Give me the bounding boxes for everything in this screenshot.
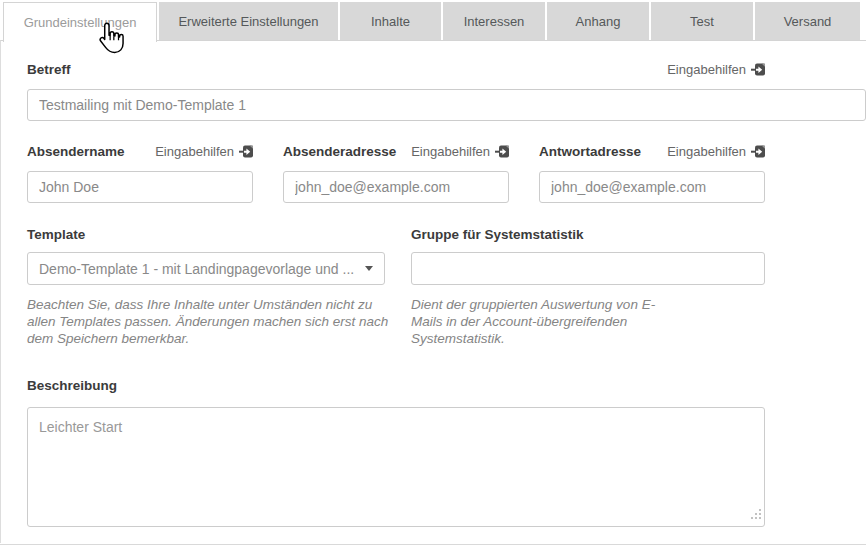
- template-selected-value: Demo-Template 1 - mit Landingpagevorlage…: [39, 261, 354, 277]
- tab-versand[interactable]: Versand: [755, 2, 860, 40]
- eingabehilfen-icon: [495, 145, 509, 158]
- absenderadresse-input[interactable]: [283, 171, 509, 203]
- beschreibung-label: Beschreibung: [27, 378, 117, 393]
- template-note: Beachten Sie, dass Ihre Inhalte unter Um…: [27, 296, 395, 347]
- content-panel: Betreff Eingabehilfen Absendername Einga…: [0, 40, 866, 543]
- absendername-input[interactable]: [27, 171, 253, 203]
- betreff-input[interactable]: [27, 89, 866, 121]
- systemstatistik-note: Dient der gruppierten Auswertung von E-M…: [411, 296, 656, 347]
- systemstatistik-input[interactable]: [411, 252, 765, 285]
- betreff-label: Betreff: [27, 62, 71, 77]
- systemstatistik-label: Gruppe für Systemstatistik: [411, 227, 584, 242]
- tab-inhalte[interactable]: Inhalte: [340, 2, 441, 40]
- absenderadresse-label: Absenderadresse: [283, 144, 396, 159]
- absendername-label: Absendername: [27, 144, 125, 159]
- eingabehilfen-icon: [239, 145, 253, 158]
- betreff-eingabehilfen-link[interactable]: Eingabehilfen: [667, 62, 765, 77]
- eingabehilfen-label: Eingabehilfen: [411, 144, 490, 159]
- antwortadresse-input[interactable]: [539, 171, 765, 203]
- bottom-divider: [0, 544, 866, 545]
- chevron-down-icon: [365, 266, 373, 271]
- resize-grip-icon[interactable]: [751, 505, 761, 523]
- eingabehilfen-icon: [751, 145, 765, 158]
- eingabehilfen-label: Eingabehilfen: [667, 62, 746, 77]
- tab-grundeinstellungen[interactable]: Grundeinstellungen: [3, 2, 157, 42]
- eingabehilfen-label: Eingabehilfen: [155, 144, 234, 159]
- template-select[interactable]: Demo-Template 1 - mit Landingpagevorlage…: [27, 252, 385, 285]
- absendername-eingabehilfen-link[interactable]: Eingabehilfen: [155, 144, 253, 159]
- tab-erweiterte-einstellungen[interactable]: Erweiterte Einstellungen: [159, 2, 338, 40]
- eingabehilfen-label: Eingabehilfen: [667, 144, 746, 159]
- tab-bar: Grundeinstellungen Erweiterte Einstellun…: [0, 0, 866, 40]
- eingabehilfen-icon: [751, 63, 765, 76]
- antwortadresse-label: Antwortadresse: [539, 144, 641, 159]
- tab-interessen[interactable]: Interessen: [443, 2, 545, 40]
- template-label: Template: [27, 227, 85, 242]
- absenderadresse-eingabehilfen-link[interactable]: Eingabehilfen: [411, 144, 509, 159]
- antwortadresse-eingabehilfen-link[interactable]: Eingabehilfen: [667, 144, 765, 159]
- beschreibung-textarea[interactable]: Leichter Start: [27, 407, 765, 527]
- tab-anhang[interactable]: Anhang: [547, 2, 649, 40]
- tab-test[interactable]: Test: [651, 2, 753, 40]
